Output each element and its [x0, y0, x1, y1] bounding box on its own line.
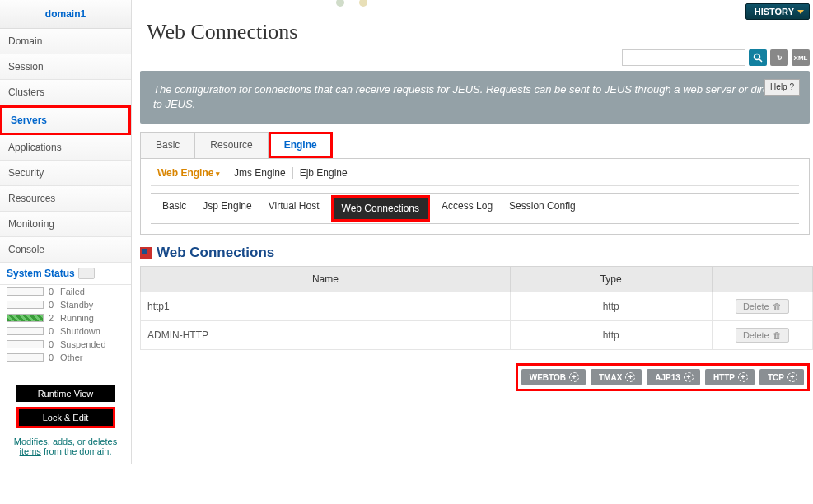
status-row-standby: 0 Standby	[0, 298, 131, 311]
add-webtob-button[interactable]: WEBTOB+	[521, 369, 586, 385]
add-ajp13-button[interactable]: AJP13+	[647, 369, 700, 385]
engine-tab-session-config[interactable]: Session Config	[509, 200, 576, 217]
plus-icon: +	[787, 372, 797, 382]
history-button[interactable]: HISTORY	[745, 3, 810, 20]
sidebar-item-monitoring[interactable]: Monitoring	[0, 212, 131, 237]
delete-button[interactable]: Delete🗑	[736, 299, 789, 314]
cell-name[interactable]: ADMIN-HTTP	[141, 321, 511, 350]
subtab-web-engine[interactable]: Web Engine	[151, 167, 227, 179]
status-row-shutdown: 0 Shutdown	[0, 324, 131, 338]
tab-engine[interactable]: Engine	[269, 132, 333, 158]
cell-type: http	[510, 321, 712, 350]
status-row-other: 0 Other	[0, 351, 131, 364]
status-bar-icon	[7, 301, 44, 309]
status-label: Other	[60, 352, 83, 362]
engine-tab-access-log[interactable]: Access Log	[442, 200, 493, 217]
page-title: Web Connections	[140, 20, 813, 49]
status-count: 2	[49, 313, 60, 323]
col-actions	[712, 267, 812, 292]
plus-icon: +	[684, 372, 694, 382]
status-bar-icon	[7, 340, 44, 348]
engine-tab-web-connections[interactable]: Web Connections	[331, 195, 431, 222]
plus-icon: +	[625, 372, 635, 382]
status-row-suspended: 0 Suspended	[0, 338, 131, 351]
status-count: 0	[49, 339, 60, 349]
status-bar-icon	[7, 314, 44, 322]
sidebar-item-console[interactable]: Console	[0, 237, 131, 263]
add-tcp-button[interactable]: TCP+	[759, 369, 804, 385]
status-row-failed: 0 Failed	[0, 285, 131, 298]
sidebar-item-servers[interactable]: Servers	[0, 105, 131, 135]
status-bar-icon	[7, 287, 44, 296]
info-banner: The configuration for connections that c…	[140, 71, 810, 124]
engine-tab-virtual-host[interactable]: Virtual Host	[269, 200, 320, 217]
svg-line-1	[759, 59, 762, 62]
sidebar-item-domain[interactable]: Domain	[0, 29, 131, 54]
status-row-running: 2 Running	[0, 311, 131, 324]
search-icon[interactable]	[749, 49, 767, 66]
domain-name[interactable]: domain1	[0, 0, 131, 29]
status-label: Suspended	[60, 339, 106, 349]
runtime-view-button[interactable]: Runtime View	[16, 385, 115, 402]
decorative-dots	[336, 0, 367, 7]
delete-button[interactable]: Delete🗑	[736, 328, 789, 343]
status-label: Standby	[60, 300, 93, 310]
flag-icon	[140, 247, 152, 259]
system-status-header: System Status	[0, 263, 131, 285]
plus-icon: +	[569, 372, 579, 382]
plus-icon: +	[738, 372, 748, 382]
status-count: 0	[49, 352, 60, 362]
status-label: Failed	[60, 287, 85, 296]
tab-basic[interactable]: Basic	[140, 132, 195, 158]
tab-resource[interactable]: Resource	[195, 132, 268, 158]
sidebar-item-security[interactable]: Security	[0, 161, 131, 186]
modifies-hint: Modifies, adds, or deletes items from th…	[0, 433, 131, 464]
connections-table: NameType http1httpDelete🗑ADMIN-HTTPhttpD…	[140, 266, 813, 350]
help-button[interactable]: Help ?	[764, 79, 800, 96]
status-bar-icon	[7, 353, 44, 362]
status-count: 0	[49, 287, 60, 296]
xml-icon[interactable]: XML	[792, 49, 810, 66]
cell-name[interactable]: http1	[141, 292, 511, 321]
section-title: Web Connections	[140, 235, 813, 266]
sidebar-item-applications[interactable]: Applications	[0, 135, 131, 161]
status-count: 0	[49, 300, 60, 310]
gauge-icon	[78, 268, 95, 279]
subtab-ejb-engine[interactable]: Ejb Engine	[293, 167, 354, 179]
cell-type: http	[510, 292, 712, 321]
col-name: Name	[141, 267, 511, 292]
add-http-button[interactable]: HTTP+	[705, 369, 755, 385]
trash-icon: 🗑	[773, 301, 782, 311]
subtab-jms-engine[interactable]: Jms Engine	[227, 167, 293, 179]
engine-tab-jsp-engine[interactable]: Jsp Engine	[203, 200, 251, 217]
status-count: 0	[49, 326, 60, 336]
refresh-icon[interactable]: ↻	[770, 49, 788, 66]
status-bar-icon	[7, 327, 44, 335]
sidebar-item-clusters[interactable]: Clusters	[0, 80, 131, 105]
add-tmax-button[interactable]: TMAX+	[591, 369, 642, 385]
search-input[interactable]	[622, 49, 745, 66]
sidebar-item-session[interactable]: Session	[0, 54, 131, 80]
table-row: ADMIN-HTTPhttpDelete🗑	[141, 321, 813, 350]
sidebar-item-resources[interactable]: Resources	[0, 186, 131, 212]
lock-edit-button[interactable]: Lock & Edit	[16, 407, 115, 428]
engine-tab-basic[interactable]: Basic	[162, 200, 186, 217]
table-row: http1httpDelete🗑	[141, 292, 813, 321]
status-label: Shutdown	[60, 326, 100, 336]
col-type: Type	[510, 267, 712, 292]
svg-point-0	[755, 54, 760, 60]
trash-icon: 🗑	[773, 330, 782, 340]
status-label: Running	[60, 313, 94, 323]
